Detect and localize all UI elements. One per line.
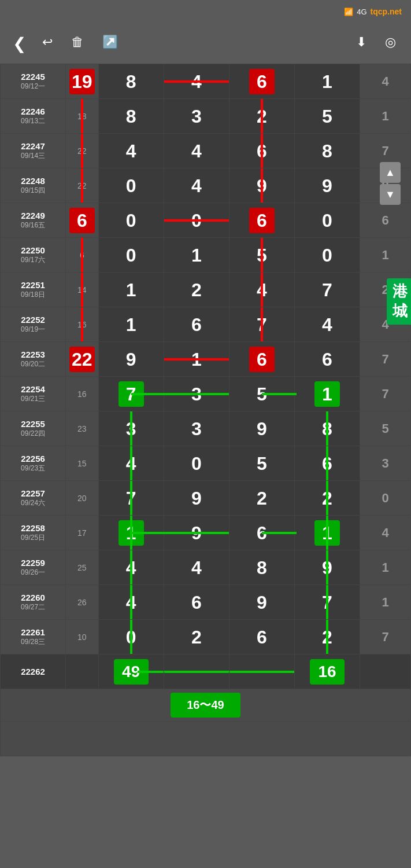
row-d3-cell: 6: [229, 516, 294, 550]
row-d4-cell: 0: [294, 203, 360, 238]
red-num-box: 6: [69, 208, 95, 233]
last-value: 7: [382, 352, 388, 366]
row-d2-cell: 6: [164, 307, 229, 342]
row-d1-cell: 9: [98, 342, 164, 377]
summary-val2: 16: [310, 659, 345, 685]
share-button[interactable]: ↗️: [93, 35, 127, 52]
undo-button[interactable]: ↩: [33, 35, 62, 52]
row-info-cell: 2225909/26一: [1, 550, 66, 585]
last-value: 3: [382, 456, 388, 470]
row-date: 09/26一: [1, 568, 65, 578]
row-d1-cell: 3: [98, 411, 164, 446]
clear-button[interactable]: 🗑: [62, 35, 93, 52]
row-info-cell: 2224609/13二: [1, 99, 66, 134]
last-value: 1: [382, 248, 388, 262]
d1-value: 0: [126, 245, 136, 266]
row-num-cell: 18: [66, 99, 99, 134]
gear-icon: ◎: [385, 35, 396, 50]
row-d4-cell: 7: [294, 585, 360, 620]
d3-value: 9: [257, 418, 267, 439]
save-button[interactable]: ⬇: [347, 35, 376, 52]
table-container: 2224509/12一19846142224609/13二18832512224…: [0, 64, 411, 768]
row-last-cell: 3: [360, 446, 411, 481]
row-d3-cell: 5: [229, 446, 294, 481]
d4-value: 6: [322, 349, 332, 370]
row-num-cell: 17: [66, 516, 99, 550]
last-value: 4: [382, 525, 388, 540]
row-date: 09/17六: [1, 255, 65, 265]
last-value: 7: [382, 387, 388, 401]
d2-value: 2: [191, 627, 202, 648]
d3-value: 5: [257, 453, 267, 474]
row-last-cell: 6: [360, 203, 411, 238]
d2-value: 4: [191, 557, 202, 578]
table-row: 2225209/19一1616744: [1, 307, 411, 342]
row-d4-cell: 1: [294, 516, 360, 550]
row-num-label: 15: [77, 459, 87, 468]
scroll-up-button[interactable]: ▲: [380, 162, 401, 183]
table-row: 2225409/21三1673517: [1, 377, 411, 411]
row-id: 22261: [1, 627, 65, 637]
row-d2-cell: 3: [164, 377, 229, 411]
row-id: 22250: [1, 245, 65, 255]
row-id: 22249: [1, 211, 65, 220]
row-date: 09/20二: [1, 359, 65, 369]
row-id: 22257: [1, 488, 65, 498]
row-d2-cell: 4: [164, 168, 229, 203]
row-d2-cell: 9: [164, 481, 229, 516]
d1-value: 8: [126, 106, 136, 127]
table-row: 2224709/14三2244687: [1, 134, 411, 168]
summary-id-cell: 22262: [1, 654, 66, 689]
d3-value: 2: [257, 488, 267, 509]
row-info-cell: 2225009/17六: [1, 238, 66, 273]
row-num-label: 25: [77, 563, 87, 572]
status-bar: 📶 4G tqcp.net: [0, 0, 411, 23]
scroll-arrows: ▲ ▼: [380, 162, 401, 205]
d2-value: 6: [191, 592, 202, 613]
red-d3-box: 6: [249, 69, 275, 94]
row-d4-cell: 8: [294, 134, 360, 168]
d4-value: 4: [322, 314, 332, 335]
row-d1-cell: 4: [98, 550, 164, 585]
row-num-cell: 15: [66, 446, 99, 481]
row-id: 22253: [1, 350, 65, 359]
row-d1-cell: 0: [98, 203, 164, 238]
d1-value: 0: [126, 210, 136, 231]
row-id: 22252: [1, 315, 65, 325]
settings-button[interactable]: ◎: [376, 35, 405, 52]
row-d4-cell: 6: [294, 446, 360, 481]
row-info-cell: 2225209/19一: [1, 307, 66, 342]
row-date: 09/25日: [1, 533, 65, 543]
row-num-label: 20: [77, 494, 87, 503]
d2-value: 9: [191, 488, 202, 509]
summary-last-cell: [360, 654, 411, 689]
table-row: 2226009/27二2646971: [1, 585, 411, 620]
back-button[interactable]: ❮: [6, 34, 33, 53]
row-num-cell: 26: [66, 585, 99, 620]
row-num-cell: 10: [66, 620, 99, 654]
row-d2-cell: 9: [164, 516, 229, 550]
row-last-cell: 7: [360, 377, 411, 411]
row-d1-cell: 1: [98, 273, 164, 307]
row-last-cell: 0: [360, 481, 411, 516]
last-value: 1: [382, 560, 388, 575]
row-d1-cell: 4: [98, 134, 164, 168]
row-d1-cell: 0: [98, 168, 164, 203]
row-d4-cell: 5: [294, 99, 360, 134]
last-value: 7: [382, 630, 388, 644]
row-last-cell: 7: [360, 342, 411, 377]
row-num-label: 16: [77, 389, 87, 399]
row-id: 22259: [1, 558, 65, 568]
last-value: 1: [382, 595, 388, 609]
red-d3-box: 6: [249, 347, 275, 372]
range-row: 16〜49: [1, 689, 411, 722]
row-d3-cell: 9: [229, 168, 294, 203]
range-cell: 16〜49: [1, 689, 411, 722]
scroll-down-button[interactable]: ▼: [380, 184, 401, 205]
row-date: 09/21三: [1, 394, 65, 404]
row-d2-cell: 2: [164, 620, 229, 654]
row-d2-cell: 4: [164, 550, 229, 585]
signal-icon: 4G: [357, 8, 366, 16]
d2-value: 6: [191, 314, 202, 335]
table-row: 2225709/24六2079220: [1, 481, 411, 516]
